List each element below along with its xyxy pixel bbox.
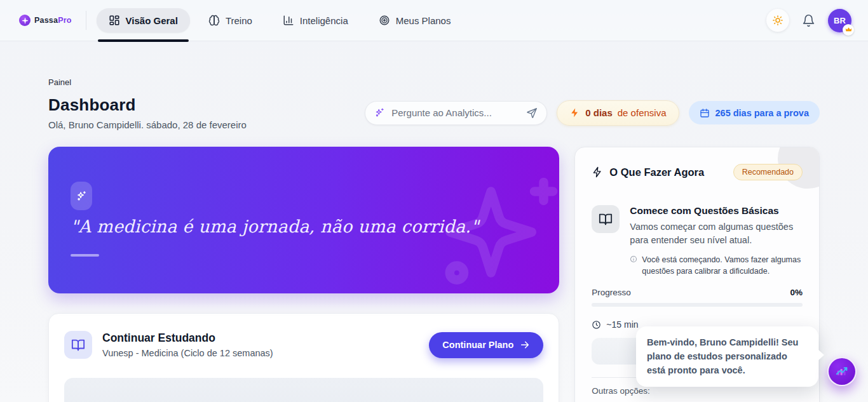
brain-icon <box>208 15 220 26</box>
greeting-text: Olá, Bruno Campidelli. sábado, 28 de fev… <box>48 119 247 130</box>
book-open-icon <box>64 331 92 359</box>
analytics-input[interactable] <box>391 107 520 118</box>
header-divider <box>86 11 86 30</box>
page-head-row: Dashboard Olá, Bruno Campidelli. sábado,… <box>48 95 820 130</box>
continue-row: Continuar Estudando Vunesp - Medicina (C… <box>64 331 543 359</box>
tab-label: Inteligência <box>300 15 348 26</box>
arrow-right-icon <box>520 340 530 350</box>
target-icon <box>379 15 390 26</box>
breadcrumb: Painel <box>48 77 820 87</box>
clock-icon <box>592 320 601 330</box>
calendar-icon <box>700 108 710 118</box>
top-bar-actions: BR <box>766 9 851 32</box>
assistant-fab-button[interactable] <box>827 357 857 386</box>
task-text-block: Comece com Questões Básicas Vamos começa… <box>630 205 803 277</box>
book-open-icon <box>592 205 620 233</box>
tab-inteligencia[interactable]: Inteligência <box>271 8 360 32</box>
top-bar: PassaPro Visão Geral Treino Inteligência… <box>0 0 868 41</box>
lightning-outline-icon <box>592 166 603 178</box>
continue-studying-card: Continuar Estudando Vunesp - Medicina (C… <box>48 313 559 402</box>
exam-countdown-text: 265 dias para a prova <box>715 108 810 118</box>
duration-text: ~15 min <box>606 319 638 330</box>
avatar-initials: BR <box>834 16 846 25</box>
bell-icon <box>802 14 815 27</box>
tab-label: Visão Geral <box>126 15 178 26</box>
brand-logo-icon <box>19 15 31 26</box>
brand-name: PassaPro <box>34 16 72 25</box>
continue-text-block: Continuar Estudando Vunesp - Medicina (C… <box>102 332 273 358</box>
task-title: Comece com Questões Básicas <box>630 205 803 217</box>
exam-countdown-badge[interactable]: 265 dias para a prova <box>689 101 820 124</box>
progress-label: Progresso <box>592 288 631 297</box>
main-column: "A medicina é uma jornada, não uma corri… <box>48 147 559 402</box>
user-avatar[interactable]: BR <box>828 9 851 32</box>
continue-title: Continuar Estudando <box>102 332 273 345</box>
bar-chart-icon <box>283 15 294 26</box>
head-controls: 0 dias de ofensiva 265 dias para a prova <box>365 100 820 126</box>
info-icon <box>630 255 637 263</box>
other-options-label: Outras opções: <box>592 386 803 396</box>
continue-subtitle: Vunesp - Medicina (Ciclo de 12 semanas) <box>102 348 273 358</box>
continue-plan-button[interactable]: Continuar Plano <box>429 332 543 358</box>
progress-bar <box>592 303 803 307</box>
streak-label: de ofensiva <box>618 107 667 118</box>
tab-meus-planos[interactable]: Meus Planos <box>367 8 463 32</box>
dashboard-page: PassaPro Visão Geral Treino Inteligência… <box>0 0 868 402</box>
sparkles-icon <box>71 182 92 210</box>
chart-mascot-icon <box>834 363 850 380</box>
lightning-bolt-icon <box>569 107 580 118</box>
motivational-quote: "A medicina é uma jornada, não uma corri… <box>71 217 479 236</box>
send-icon <box>526 107 538 119</box>
continue-subpanel <box>64 378 543 402</box>
tab-label: Treino <box>226 15 252 26</box>
progress-row: Progresso 0% <box>592 288 803 297</box>
crown-icon <box>843 24 854 36</box>
tab-label: Meus Planos <box>396 15 451 26</box>
tab-treino[interactable]: Treino <box>196 8 264 32</box>
dashboard-grid-icon <box>109 15 120 26</box>
title-block: Dashboard Olá, Bruno Campidelli. sábado,… <box>48 95 247 130</box>
task-note: Você está começando. Vamos fazer algumas… <box>630 254 803 277</box>
continue-plan-label: Continuar Plano <box>442 340 513 350</box>
page-title: Dashboard <box>48 95 247 115</box>
quote-divider <box>71 254 99 257</box>
streak-badge[interactable]: 0 dias de ofensiva <box>557 100 679 126</box>
tab-visao-geral[interactable]: Visão Geral <box>97 8 190 32</box>
task-note-text: Você está começando. Vamos fazer algumas… <box>642 254 803 277</box>
streak-count: 0 dias <box>585 107 613 118</box>
sparkle-watermark-icon <box>434 167 559 293</box>
sparkles-icon <box>374 107 385 118</box>
main-nav: Visão Geral Treino Inteligência Meus Pla… <box>97 0 463 41</box>
notifications-button[interactable] <box>802 14 815 27</box>
theme-toggle-button[interactable] <box>766 9 789 32</box>
recommended-badge: Recomendado <box>733 164 803 180</box>
welcome-toast[interactable]: Bem-vindo, Bruno Campidelli! Seu plano d… <box>636 326 818 387</box>
sun-icon <box>772 15 783 26</box>
analytics-search[interactable] <box>365 101 547 125</box>
quote-banner: "A medicina é uma jornada, não uma corri… <box>48 147 559 293</box>
progress-value: 0% <box>790 288 803 297</box>
brand-logo[interactable]: PassaPro <box>19 15 72 26</box>
next-card-title: O Que Fazer Agora <box>609 166 704 178</box>
toast-message: Bem-vindo, Bruno Campidelli! Seu plano d… <box>647 336 808 377</box>
task-row: Comece com Questões Básicas Vamos começa… <box>592 205 803 277</box>
task-description: Vamos começar com algumas questões para … <box>630 220 803 248</box>
next-card-header: O Que Fazer Agora Recomendado <box>592 164 803 180</box>
toast-tail <box>818 349 824 361</box>
